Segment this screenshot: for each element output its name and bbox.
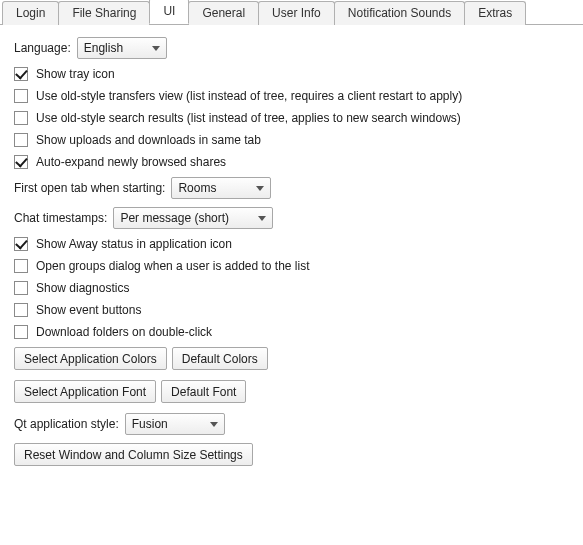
select-colors-button[interactable]: Select Application Colors xyxy=(14,347,167,370)
checkbox-label: Download folders on double-click xyxy=(36,325,212,339)
tab-user-info[interactable]: User Info xyxy=(258,1,335,25)
checkbox-label: Show uploads and downloads in same tab xyxy=(36,133,261,147)
default-colors-label: Default Colors xyxy=(182,352,258,366)
tab-notification-sounds[interactable]: Notification Sounds xyxy=(334,1,465,25)
checkbox-eventButtons[interactable]: Show event buttons xyxy=(14,303,141,317)
checkbox-box xyxy=(14,67,28,81)
option-sameTab: Show uploads and downloads in same tab xyxy=(14,133,569,147)
checkbox-sameTab[interactable]: Show uploads and downloads in same tab xyxy=(14,133,261,147)
checkbox-autoExpand[interactable]: Auto-expand newly browsed shares xyxy=(14,155,226,169)
option-eventButtons: Show event buttons xyxy=(14,303,569,317)
checkbox-label: Show diagnostics xyxy=(36,281,129,295)
checkbox-oldSearch[interactable]: Use old-style search results (list inste… xyxy=(14,111,461,125)
option-awayIcon: Show Away status in application icon xyxy=(14,237,569,251)
checkbox-box xyxy=(14,325,28,339)
chevron-down-icon xyxy=(256,186,264,191)
language-select[interactable]: English xyxy=(77,37,167,59)
ui-settings-pane: Language: English Show tray iconUse old-… xyxy=(0,25,583,488)
qt-style-value: Fusion xyxy=(132,417,202,431)
option-oldTransfers: Use old-style transfers view (list inste… xyxy=(14,89,569,103)
tab-bar: LoginFile SharingUIGeneralUser InfoNotif… xyxy=(0,0,583,25)
timestamps-label: Chat timestamps: xyxy=(14,211,107,225)
option-autoExpand: Auto-expand newly browsed shares xyxy=(14,155,569,169)
select-font-button[interactable]: Select Application Font xyxy=(14,380,156,403)
checkbox-box xyxy=(14,237,28,251)
tab-extras[interactable]: Extras xyxy=(464,1,526,25)
checkbox-label: Open groups dialog when a user is added … xyxy=(36,259,310,273)
default-font-button[interactable]: Default Font xyxy=(161,380,246,403)
checkbox-box xyxy=(14,303,28,317)
option-dlDblClick: Download folders on double-click xyxy=(14,325,569,339)
select-font-label: Select Application Font xyxy=(24,385,146,399)
first-tab-value: Rooms xyxy=(178,181,248,195)
reset-sizes-button[interactable]: Reset Window and Column Size Settings xyxy=(14,443,253,466)
timestamps-value: Per message (short) xyxy=(120,211,250,225)
checkbox-box xyxy=(14,89,28,103)
checkbox-label: Use old-style transfers view (list inste… xyxy=(36,89,462,103)
checkbox-diagnostics[interactable]: Show diagnostics xyxy=(14,281,129,295)
first-tab-label: First open tab when starting: xyxy=(14,181,165,195)
default-colors-button[interactable]: Default Colors xyxy=(172,347,268,370)
chevron-down-icon xyxy=(152,46,160,51)
option-diagnostics: Show diagnostics xyxy=(14,281,569,295)
checkbox-label: Show tray icon xyxy=(36,67,115,81)
checkbox-oldTransfers[interactable]: Use old-style transfers view (list inste… xyxy=(14,89,462,103)
qt-style-select[interactable]: Fusion xyxy=(125,413,225,435)
checkbox-box xyxy=(14,111,28,125)
qt-style-label: Qt application style: xyxy=(14,417,119,431)
tab-ui[interactable]: UI xyxy=(149,0,189,24)
reset-sizes-label: Reset Window and Column Size Settings xyxy=(24,448,243,462)
option-tray: Show tray icon xyxy=(14,67,569,81)
checkbox-groupsDialog[interactable]: Open groups dialog when a user is added … xyxy=(14,259,310,273)
checkbox-awayIcon[interactable]: Show Away status in application icon xyxy=(14,237,232,251)
checkbox-label: Show event buttons xyxy=(36,303,141,317)
checkbox-box xyxy=(14,259,28,273)
checkbox-tray[interactable]: Show tray icon xyxy=(14,67,115,81)
timestamps-select[interactable]: Per message (short) xyxy=(113,207,273,229)
checkbox-label: Show Away status in application icon xyxy=(36,237,232,251)
default-font-label: Default Font xyxy=(171,385,236,399)
checkbox-label: Auto-expand newly browsed shares xyxy=(36,155,226,169)
checkbox-dlDblClick[interactable]: Download folders on double-click xyxy=(14,325,212,339)
tab-file-sharing[interactable]: File Sharing xyxy=(58,1,150,25)
option-oldSearch: Use old-style search results (list inste… xyxy=(14,111,569,125)
tab-login[interactable]: Login xyxy=(2,1,59,25)
checkbox-box xyxy=(14,155,28,169)
first-tab-select[interactable]: Rooms xyxy=(171,177,271,199)
chevron-down-icon xyxy=(258,216,266,221)
language-value: English xyxy=(84,41,144,55)
chevron-down-icon xyxy=(210,422,218,427)
select-colors-label: Select Application Colors xyxy=(24,352,157,366)
checkbox-label: Use old-style search results (list inste… xyxy=(36,111,461,125)
checkbox-box xyxy=(14,133,28,147)
option-groupsDialog: Open groups dialog when a user is added … xyxy=(14,259,569,273)
language-label: Language: xyxy=(14,41,71,55)
tab-general[interactable]: General xyxy=(188,1,259,25)
checkbox-box xyxy=(14,281,28,295)
